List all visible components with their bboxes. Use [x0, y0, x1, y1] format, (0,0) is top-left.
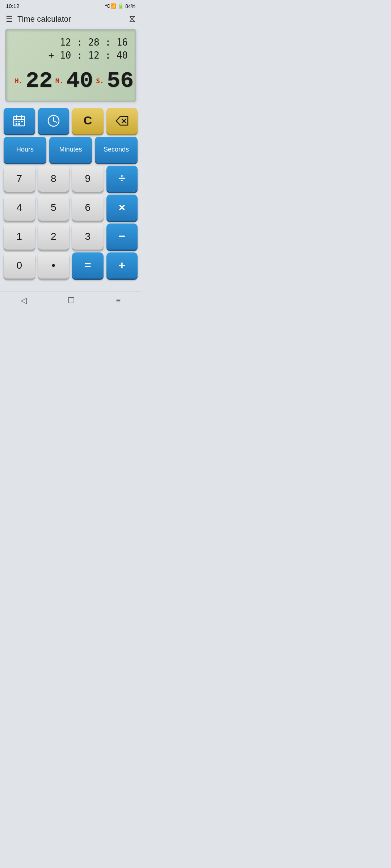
divide-label: ÷	[119, 172, 125, 185]
divide-button[interactable]: ÷	[106, 166, 138, 192]
digit-8-button[interactable]: 8	[38, 166, 70, 192]
calendar-button[interactable]	[4, 108, 35, 134]
top-bar: ☰ Time calculator ⧖	[0, 10, 141, 29]
menu-icon[interactable]: ☰	[6, 14, 13, 24]
minutes-button[interactable]: Minutes	[49, 137, 92, 163]
digit-4: 4	[16, 202, 22, 213]
key-row-2: Hours Minutes Seconds	[4, 137, 138, 163]
digit-6: 6	[85, 202, 91, 213]
digit-3-button[interactable]: 3	[72, 224, 104, 250]
digit-7-button[interactable]: 7	[4, 166, 35, 192]
equals-label: =	[84, 259, 91, 272]
digit-6-button[interactable]: 6	[72, 195, 104, 221]
nav-bar: ◁ ☐ ≡	[0, 291, 141, 311]
digit-1-button[interactable]: 1	[4, 224, 35, 250]
app-title: Time calculator	[17, 14, 129, 24]
svg-rect-4	[16, 121, 17, 122]
svg-rect-7	[16, 123, 17, 125]
digit-7: 7	[16, 173, 22, 184]
svg-point-12	[53, 120, 54, 122]
display-result: H. 22 M. 40 S. 56	[13, 68, 128, 94]
svg-rect-5	[18, 121, 20, 122]
multiply-button[interactable]: ×	[106, 195, 138, 221]
key-row-3: 7 8 9 ÷	[4, 166, 138, 192]
digit-1: 1	[16, 231, 22, 242]
digit-5: 5	[51, 202, 56, 213]
battery-percent: 84%	[125, 3, 135, 9]
display-line2: + 10 : 12 : 40	[13, 49, 128, 62]
hours-button[interactable]: Hours	[4, 137, 46, 163]
digit-0-button[interactable]: 0	[4, 252, 35, 278]
digit-9: 9	[85, 173, 91, 184]
hours-value: 22	[26, 68, 52, 94]
display-lines: 12 : 28 : 16 + 10 : 12 : 40	[13, 36, 128, 62]
history-icon[interactable]: ⧖	[129, 13, 135, 25]
minutes-label: M.	[55, 77, 63, 85]
digit-8: 8	[51, 173, 56, 184]
key-row-4: 4 5 6 ×	[4, 195, 138, 221]
battery-indicator: 🔋	[118, 3, 124, 9]
equals-button[interactable]: =	[72, 252, 104, 278]
digit-5-button[interactable]: 5	[38, 195, 70, 221]
minutes-label: Minutes	[59, 146, 82, 153]
add-button[interactable]: +	[106, 252, 138, 278]
key-row-6: 0 • = +	[4, 252, 138, 278]
status-bar: 10:12 ⁴G📶 🔋 84%	[0, 0, 141, 10]
key-row-1: C	[4, 108, 138, 134]
seconds-value: 56	[107, 68, 134, 94]
hours-label: H.	[15, 77, 23, 85]
digit-2: 2	[51, 231, 56, 242]
add-label: +	[118, 259, 125, 272]
minutes-value: 40	[66, 68, 93, 94]
hours-label: Hours	[16, 146, 34, 153]
digit-2-button[interactable]: 2	[38, 224, 70, 250]
keypad: C Hours Minutes Seconds 7 8 9	[0, 108, 141, 282]
clear-label: C	[84, 114, 92, 127]
svg-rect-6	[21, 121, 23, 122]
seconds-button[interactable]: Seconds	[95, 137, 138, 163]
backspace-button[interactable]	[106, 108, 138, 134]
digit-3: 3	[85, 231, 91, 242]
signal-icon: ⁴G📶	[105, 3, 116, 9]
digit-0: 0	[16, 260, 22, 271]
nav-menu-icon[interactable]: ≡	[116, 296, 121, 305]
svg-rect-8	[18, 123, 20, 125]
multiply-label: ×	[118, 201, 125, 214]
nav-home-icon[interactable]: ☐	[68, 296, 75, 305]
clock-button[interactable]	[38, 108, 70, 134]
digit-9-button[interactable]: 9	[72, 166, 104, 192]
seconds-label: S.	[96, 77, 104, 85]
clear-button[interactable]: C	[72, 108, 104, 134]
subtract-button[interactable]: −	[106, 224, 138, 250]
decimal-button[interactable]: •	[38, 252, 70, 278]
display-screen: 12 : 28 : 16 + 10 : 12 : 40 H. 22 M. 40 …	[5, 29, 136, 102]
seconds-label: Seconds	[104, 146, 129, 153]
key-row-5: 1 2 3 −	[4, 224, 138, 250]
display-line1: 12 : 28 : 16	[13, 36, 128, 49]
nav-back-icon[interactable]: ◁	[21, 296, 27, 305]
digit-4-button[interactable]: 4	[4, 195, 35, 221]
status-time: 10:12	[6, 3, 20, 9]
decimal-label: •	[52, 260, 55, 271]
subtract-label: −	[118, 230, 125, 243]
status-right: ⁴G📶 🔋 84%	[105, 3, 135, 9]
